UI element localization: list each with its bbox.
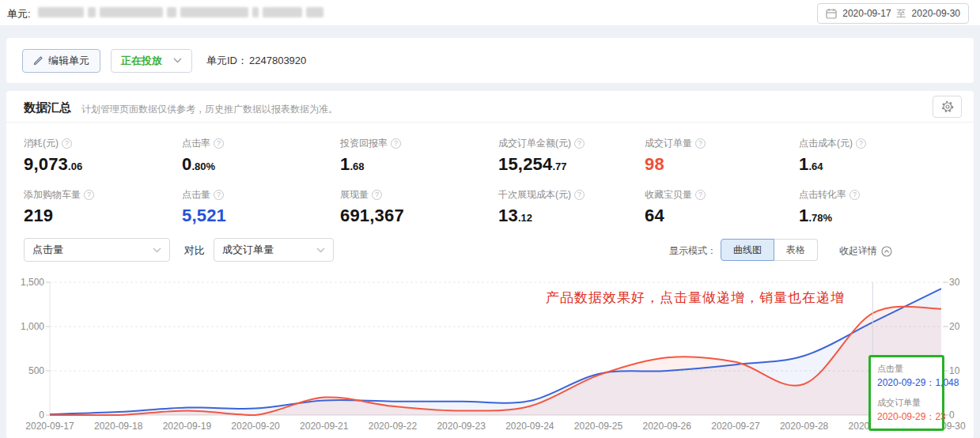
x-axis-tick: 2020-09-27	[702, 421, 769, 432]
data-summary-panel: 数据汇总 计划管理页面数据仅供参考，历史推广数据以报表数据为准。 消耗(元)?9…	[6, 91, 974, 438]
x-axis-tick: 2020-09-26	[634, 421, 700, 432]
tooltip-series1-value: 2020-09-29：1,048	[877, 376, 937, 390]
chart-tooltip: 点击量 2020-09-29：1,048 成交订单量 2020-09-29：23	[868, 355, 944, 431]
unit-id-value: 2247803920	[249, 55, 306, 66]
edit-unit-label: 编辑单元	[48, 54, 89, 68]
y-axis-tick-right: 0	[949, 410, 955, 421]
metric-value: 5,521	[182, 206, 340, 226]
help-icon[interactable]: ?	[856, 138, 866, 149]
x-axis-tick: 2020-09-25	[566, 421, 632, 432]
metric-label: 点击量	[182, 188, 210, 202]
metric-card: 成交订单金额(元)?15,254.77	[498, 137, 645, 175]
metric-value: 13.12	[498, 206, 645, 226]
x-axis-tick: 2020-09-18	[85, 421, 152, 432]
trend-chart[interactable]: 1,5001,0005000 3020100 2020-09-172020-09…	[6, 273, 974, 438]
metric-label: 成交订单量	[645, 137, 692, 150]
metric-card: 投资回报率?1.68	[340, 137, 498, 175]
tooltip-series1-label: 点击量	[877, 363, 937, 375]
metric-value: 98	[645, 154, 799, 175]
metric-label: 消耗(元)	[24, 137, 59, 150]
metric-value: 691,367	[340, 206, 498, 226]
gear-icon	[941, 100, 954, 113]
metric-value: 9,073.06	[24, 154, 182, 175]
metric-card: 点击量?5,521	[182, 188, 340, 226]
y-axis-tick-right: 30	[949, 277, 959, 288]
summary-note: 计划管理页面数据仅供参考，历史推广数据以报表数据为准。	[81, 103, 338, 116]
x-axis-tick: 2020-09-22	[359, 421, 426, 432]
metric-select[interactable]: 点击量	[24, 238, 170, 262]
metric-label: 添加购物车量	[24, 188, 81, 202]
calendar-icon	[826, 8, 837, 19]
y-axis-tick-left: 500	[9, 365, 44, 376]
pencil-icon	[33, 55, 44, 66]
help-icon[interactable]: ?	[84, 190, 94, 200]
status-dropdown-value: 正在投放	[121, 54, 162, 68]
metric-card: 点击率?0.80%	[182, 137, 340, 175]
help-icon[interactable]: ?	[391, 138, 401, 149]
help-icon[interactable]: ?	[62, 138, 72, 149]
metric-card: 展现量?691,367	[340, 188, 498, 226]
mode-table-button[interactable]: 表格	[774, 239, 818, 261]
unit-label: 单元:	[7, 7, 31, 21]
metric-card: 点击成本(元)?1.64	[799, 137, 965, 175]
metric-value: 219	[24, 206, 182, 226]
tooltip-series2-label: 成交订单量	[877, 397, 937, 409]
help-icon[interactable]: ?	[214, 138, 224, 149]
y-axis-tick-left: 1,000	[9, 321, 44, 332]
metric-label: 成交订单金额(元)	[498, 137, 571, 150]
x-axis-tick: 2020-09-19	[153, 421, 220, 432]
metric-value: 1.68	[340, 154, 498, 175]
metric-value: 0.80%	[182, 154, 340, 175]
x-axis-tick: 2020-09-21	[291, 421, 358, 432]
x-axis-tick: 2020-09-24	[497, 421, 563, 432]
y-axis-tick-left: 1,500	[9, 277, 44, 288]
unit-name-redacted	[38, 7, 324, 17]
help-icon[interactable]: ?	[849, 190, 860, 200]
help-icon[interactable]: ?	[574, 190, 585, 200]
unit-id-label: 单元ID：	[206, 55, 248, 66]
metric-label: 收藏宝贝量	[645, 188, 692, 202]
date-end: 2020-09-30	[912, 8, 960, 19]
chevron-up-circle-icon	[881, 246, 892, 257]
metric-card: 千次展现成本(元)?13.12	[498, 188, 645, 226]
help-icon[interactable]: ?	[372, 190, 382, 200]
chevron-down-icon	[316, 247, 325, 253]
help-icon[interactable]: ?	[574, 138, 585, 149]
chart-annotation: 产品数据效果好，点击量做递增，销量也在递增	[546, 289, 845, 307]
summary-title: 数据汇总	[24, 100, 71, 115]
metric-card: 点击转化率?1.78%	[799, 188, 965, 226]
compare-select[interactable]: 成交订单量	[214, 238, 334, 262]
chevron-down-icon	[173, 58, 182, 63]
compare-label: 对比	[184, 244, 205, 258]
metric-label: 千次展现成本(元)	[498, 188, 571, 202]
help-icon[interactable]: ?	[695, 190, 706, 200]
settings-button[interactable]	[933, 96, 962, 118]
edit-unit-button[interactable]: 编辑单元	[22, 49, 100, 73]
metric-value: 64	[645, 206, 799, 226]
unit-id: 单元ID：2247803920	[206, 54, 306, 68]
metric-card: 成交订单量?98	[645, 137, 799, 175]
metric-label: 投资回报率	[340, 137, 388, 150]
status-dropdown[interactable]: 正在投放	[111, 49, 192, 73]
metric-label: 点击成本(元)	[799, 137, 853, 150]
collapse-details-button[interactable]: 收起详情	[839, 244, 892, 258]
metrics-grid: 消耗(元)?9,073.06点击率?0.80%投资回报率?1.68成交订单金额(…	[24, 137, 965, 226]
chevron-down-icon	[153, 247, 161, 253]
metric-value: 1.78%	[799, 206, 965, 226]
summary-header: 数据汇总 计划管理页面数据仅供参考，历史推广数据以报表数据为准。	[6, 91, 974, 123]
metric-select-value: 点击量	[32, 243, 63, 257]
y-axis-tick-right: 20	[949, 321, 959, 332]
metric-card: 添加购物车量?219	[24, 188, 182, 226]
chart-controls: 点击量 对比 成交订单量 显示模式： 曲线图 表格 收起详情	[24, 238, 962, 262]
help-icon[interactable]: ?	[214, 190, 224, 200]
date-range-picker[interactable]: 2020-09-17 至 2020-09-30	[817, 3, 969, 24]
metric-value: 1.64	[799, 154, 965, 175]
date-start: 2020-09-17	[842, 8, 891, 19]
x-axis-tick: 2020-09-23	[428, 421, 494, 432]
mode-line-chart-button[interactable]: 曲线图	[721, 239, 774, 261]
metric-label: 点击率	[182, 137, 210, 150]
metric-value: 15,254.77	[498, 154, 645, 175]
help-icon[interactable]: ?	[695, 138, 706, 149]
y-axis-tick-right: 10	[949, 365, 959, 376]
metric-card: 消耗(元)?9,073.06	[24, 137, 182, 175]
